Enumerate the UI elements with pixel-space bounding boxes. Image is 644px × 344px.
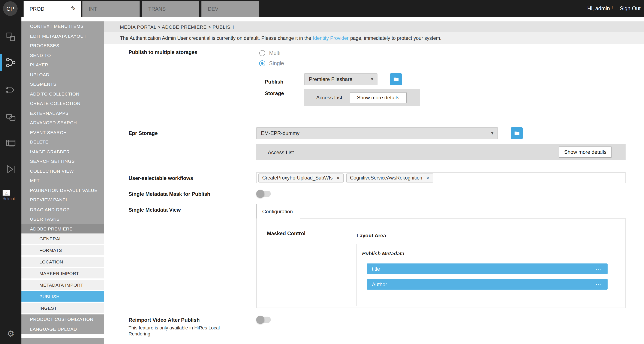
toggle-knob — [256, 190, 264, 198]
metadata-field-author[interactable]: Author ⋯ — [367, 279, 608, 290]
warning-text-post: page, immediately to protect your system… — [350, 36, 442, 41]
sidebar-item-location[interactable]: LOCATION — [22, 256, 104, 267]
assets-icon[interactable] — [5, 31, 16, 43]
tab-trans[interactable]: TRANS — [142, 1, 199, 17]
sidebar-item-search-settings[interactable]: SEARCH SETTINGS — [22, 156, 104, 166]
sidebar-item-send-to[interactable]: SEND TO — [22, 50, 104, 60]
publish-storage-label: Publish Storage — [265, 76, 292, 100]
gear-icon[interactable]: ⚙ — [5, 328, 16, 340]
sidebar-item-drag-and-drop[interactable]: DRAG AND DROP — [22, 204, 104, 214]
tab-int[interactable]: INT — [82, 1, 140, 17]
workflow-tag[interactable]: CognitiveServiceAwsRekognition × — [346, 173, 433, 182]
app-window: CP PROD ✎ INT TRANS DEV Hi, admin ! Sign… — [0, 0, 644, 344]
sidebar-item-external-apps[interactable]: EXTERNAL APPS — [22, 108, 104, 118]
sidebar-item-upload[interactable]: UPLOAD — [22, 70, 104, 79]
toggle-knob — [256, 316, 264, 324]
radio-multi-label: Multi — [269, 50, 280, 56]
sidebar-section-adobe-premiere[interactable]: ADOBE PREMIERE — [22, 224, 104, 234]
radio-single-circle-icon — [259, 60, 265, 66]
workflow-tag[interactable]: CreateProxyForUpload_SubWfs × — [258, 173, 344, 182]
routing-icon[interactable] — [5, 84, 16, 96]
sidebar-item-delete[interactable]: DELETE — [22, 137, 104, 147]
radio-single[interactable]: Single — [259, 60, 284, 66]
remove-tag-icon[interactable]: × — [426, 174, 429, 181]
tab-prod-label: PROD — [30, 6, 44, 12]
epr-storage-access-bar: Access List Show more details — [256, 144, 626, 160]
sidebar-item-event-search[interactable]: EVENT SEARCH — [22, 128, 104, 137]
more-options-icon[interactable]: ⋯ — [596, 282, 602, 286]
tab-trans-label: TRANS — [148, 6, 166, 12]
tab-prod[interactable]: PROD ✎ — [24, 1, 81, 17]
helmut-logo: △ Helmut — [2, 190, 15, 201]
tab-dev-label: DEV — [208, 6, 218, 12]
app-logo: CP — [3, 1, 18, 16]
sidebar-item-preview-panel[interactable]: PREVIEW PANEL — [22, 195, 104, 204]
show-more-details-button[interactable]: Show more details — [559, 146, 612, 158]
sidebar-item-add-to-collection[interactable]: ADD TO COLLECTION — [22, 89, 104, 98]
sidebar-item-edit-metadata-layout[interactable]: EDIT METADATA LAYOUT — [22, 31, 104, 41]
sidebar-item-publish[interactable]: PUBLISH — [22, 291, 104, 302]
folder-icon — [514, 130, 520, 136]
epr-storage-select[interactable]: EM-EPR-dummy ▼ — [256, 127, 498, 139]
chevron-down-icon[interactable]: ▼ — [487, 128, 498, 139]
radio-multi-circle-icon — [259, 50, 265, 56]
workflow-tags-field[interactable]: CreateProxyForUpload_SubWfs × CognitiveS… — [256, 172, 626, 183]
sidebar-item-general[interactable]: GENERAL — [22, 234, 104, 244]
sidebar-item-product-customization[interactable]: PRODUCT CUSTOMIZATION — [22, 314, 104, 324]
user-selectable-workflows-label: User-selectable workflows — [128, 175, 193, 181]
single-metadata-mask-toggle[interactable] — [257, 191, 271, 197]
workflow-tag-label: CognitiveServiceAwsRekognition — [350, 175, 422, 180]
show-more-details-button[interactable]: Show more details — [350, 92, 406, 103]
more-options-icon[interactable]: ⋯ — [596, 267, 602, 271]
sidebar-gap — [22, 334, 104, 338]
sidebar-item-collection-view[interactable]: COLLECTION VIEW — [22, 166, 104, 176]
epr-storage-label: Epr Storage — [128, 130, 158, 136]
sidebar-item-advanced-search[interactable]: ADVANCED SEARCH — [22, 118, 104, 128]
sidebar-item-context-menu-items[interactable]: CONTEXT MENU ITEMS — [22, 22, 104, 31]
access-list-label: Access List — [268, 150, 294, 156]
sidebar-item-pagination-default-value[interactable]: PAGINATION DEFAULT VALUE — [22, 185, 104, 195]
sidebar-item-ingest[interactable]: INGEST — [22, 303, 104, 313]
sign-out-link[interactable]: Sign Out — [620, 6, 640, 12]
publish-storage-browse-button[interactable] — [390, 73, 402, 85]
sidebar-item-create-collection[interactable]: CREATE COLLECTION — [22, 98, 104, 108]
topbar: CP PROD ✎ INT TRANS DEV Hi, admin ! Sign… — [0, 0, 644, 17]
sidebar-item-partial — [22, 338, 104, 344]
tab-dev[interactable]: DEV — [202, 1, 259, 17]
radio-multi[interactable]: Multi — [259, 50, 280, 56]
media-processing-icon[interactable] — [5, 138, 16, 150]
workflow-tag-label: CreateProxyForUpload_SubWfs — [262, 175, 333, 180]
chevron-down-icon[interactable]: ▼ — [367, 74, 377, 85]
sidebar-item-formats[interactable]: FORMATS — [22, 245, 104, 255]
collaboration-icon[interactable] — [5, 111, 16, 123]
export-icon[interactable] — [5, 163, 16, 175]
reimport-video-toggle[interactable] — [257, 316, 271, 323]
reimport-help-text: This feature is only available in HiRes … — [128, 325, 230, 337]
sidebar-item-image-grabber[interactable]: IMAGE GRABBER — [22, 147, 104, 156]
configuration-panel: Masked Control Layout Area Publish Metad… — [256, 218, 626, 308]
sidebar-item-language-upload[interactable]: LANGUAGE UPLOAD — [22, 324, 104, 334]
sidebar-item-player[interactable]: PLAYER — [22, 60, 104, 70]
single-metadata-view-label: Single Metadata View — [128, 207, 181, 213]
epr-storage-browse-button[interactable] — [511, 127, 523, 139]
metadata-field-title[interactable]: title ⋯ — [367, 264, 608, 274]
sidebar-item-marker-import[interactable]: MARKER IMPORT — [22, 268, 104, 278]
sidebar-item-segments[interactable]: SEGMENTS — [22, 79, 104, 89]
identity-provider-link[interactable]: Identity Provider — [313, 36, 348, 41]
sidebar-item-metadata-import[interactable]: METADATA IMPORT — [22, 280, 104, 290]
warning-text-pre: The Authentication Admin User credential… — [120, 36, 311, 41]
main-content: MEDIA PORTAL > ADOBE PREMIERE > PUBLISH … — [104, 17, 644, 344]
publish-metadata-group-label: Publish Metadata — [362, 250, 404, 256]
sidebar-item-processes[interactable]: PROCESSES — [22, 41, 104, 50]
broken-image-icon: △ — [2, 190, 10, 196]
publish-storage-select[interactable]: Premiere Fileshare ▼ — [304, 73, 378, 85]
publish-multiple-storages-label: Publish to multiple storages — [128, 49, 197, 55]
icon-rail: △ Helmut ⚙ — [0, 17, 22, 344]
remove-tag-icon[interactable]: × — [336, 174, 340, 181]
masked-control-label: Masked Control — [267, 230, 306, 236]
sidebar-item-mft[interactable]: MFT — [22, 176, 104, 185]
workflows-icon[interactable] — [5, 56, 16, 68]
tab-configuration[interactable]: Configuration — [256, 204, 300, 218]
sidebar-item-user-tasks[interactable]: USER TASKS — [22, 214, 104, 224]
topbar-user-area: Hi, admin ! Sign Out — [587, 0, 640, 17]
